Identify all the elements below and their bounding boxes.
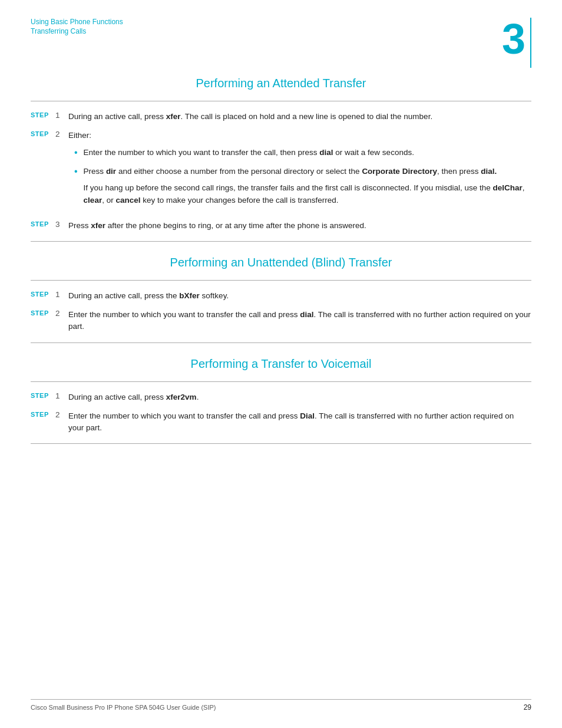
- step-number: 1: [55, 111, 68, 120]
- bullet-text: Enter the number to which you want to tr…: [84, 147, 531, 159]
- section-unattended: Performing an Unattended (Blind) Transfe…: [31, 256, 531, 343]
- footer-left-text: Cisco Small Business Pro IP Phone SPA 50…: [31, 704, 216, 711]
- step-content-unattended-1: During an active call, press the bXfer s…: [68, 290, 531, 302]
- step-unattended-1: STEP 1 During an active call, press the …: [31, 290, 531, 302]
- page-header: Using Basic Phone Functions Transferring…: [31, 18, 531, 68]
- divider-bottom-attended: [31, 241, 531, 242]
- step-content-attended-2: Either: • Enter the number to which you …: [68, 130, 531, 212]
- breadcrumb-line1[interactable]: Using Basic Phone Functions: [31, 18, 123, 26]
- list-item: • Enter the number to which you want to …: [74, 147, 531, 160]
- step-unattended-2: STEP 2 Enter the number to which you wan…: [31, 309, 531, 333]
- breadcrumb-line2[interactable]: Transferring Calls: [31, 27, 123, 35]
- step-content-attended-1: During an active call, press xfer. The c…: [68, 111, 531, 123]
- step-label: STEP: [31, 309, 55, 317]
- step-voicemail-2: STEP 2 Enter the number to which you wan…: [31, 410, 531, 434]
- step-label: STEP: [31, 391, 55, 399]
- step-content-voicemail-1: During an active call, press xfer2vm.: [68, 391, 531, 403]
- footer-page-number: 29: [524, 703, 531, 711]
- main-content: Performing an Attended Transfer STEP 1 D…: [31, 71, 531, 458]
- step-label: STEP: [31, 220, 55, 228]
- section-title-attended: Performing an Attended Transfer: [31, 77, 531, 90]
- section-voicemail: Performing a Transfer to Voicemail STEP …: [31, 357, 531, 444]
- bullet-list-attended: • Enter the number to which you want to …: [74, 147, 531, 207]
- page-footer: Cisco Small Business Pro IP Phone SPA 50…: [31, 699, 531, 711]
- list-item: • Press dir and either choose a number f…: [74, 166, 531, 207]
- step-attended-3: STEP 3 Press xfer after the phone begins…: [31, 220, 531, 232]
- step-voicemail-1: STEP 1 During an active call, press xfer…: [31, 391, 531, 403]
- divider-top-unattended: [31, 280, 531, 281]
- step-attended-1: STEP 1 During an active call, press xfer…: [31, 111, 531, 123]
- step-label: STEP: [31, 290, 55, 298]
- bullet-text: Press dir and either choose a number fro…: [84, 166, 531, 207]
- note-paragraph: If you hang up before the second call ri…: [84, 182, 531, 207]
- step-number: 1: [55, 290, 68, 299]
- step-label: STEP: [31, 130, 55, 137]
- breadcrumb: Using Basic Phone Functions Transferring…: [31, 18, 123, 35]
- step-number: 1: [55, 391, 68, 400]
- section-title-voicemail: Performing a Transfer to Voicemail: [31, 357, 531, 371]
- step-number: 2: [55, 410, 68, 419]
- divider-top-attended: [31, 101, 531, 101]
- section-title-unattended: Performing an Unattended (Blind) Transfe…: [31, 256, 531, 269]
- divider-bottom-voicemail: [31, 443, 531, 444]
- divider-top-voicemail: [31, 381, 531, 382]
- step-content-attended-3: Press xfer after the phone begins to rin…: [68, 220, 531, 232]
- step-label: STEP: [31, 111, 55, 118]
- step-number: 3: [55, 220, 68, 229]
- chapter-line-decoration: [530, 18, 531, 68]
- bullet-dot-icon: •: [74, 146, 78, 160]
- step-attended-2: STEP 2 Either: • Enter the number to whi…: [31, 130, 531, 212]
- step-number: 2: [55, 130, 68, 139]
- chapter-number: 3: [502, 18, 530, 60]
- step-content-unattended-2: Enter the number to which you want to tr…: [68, 309, 531, 333]
- section-attended: Performing an Attended Transfer STEP 1 D…: [31, 77, 531, 242]
- divider-bottom-unattended: [31, 342, 531, 343]
- step-content-voicemail-2: Enter the number to which you want to tr…: [68, 410, 531, 434]
- bullet-dot-icon: •: [74, 164, 78, 179]
- step-number: 2: [55, 309, 68, 318]
- step-label: STEP: [31, 410, 55, 418]
